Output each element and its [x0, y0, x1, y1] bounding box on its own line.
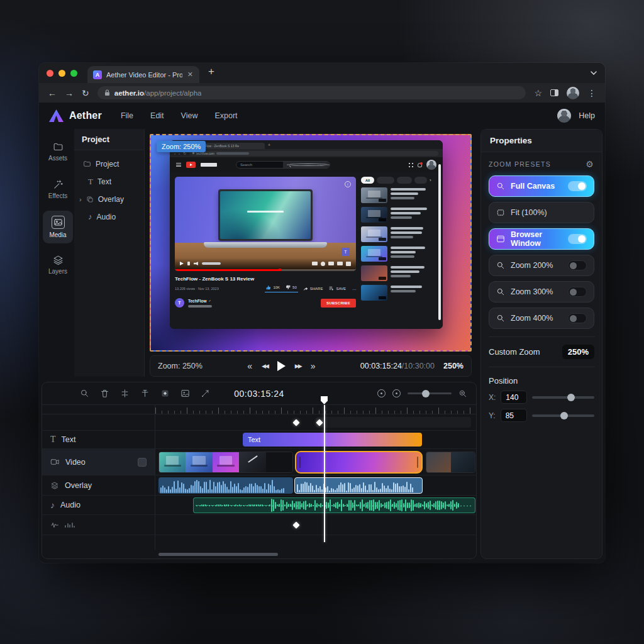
tree-item-text[interactable]: T Text — [74, 174, 144, 189]
rail-item-media[interactable]: Media — [43, 211, 73, 243]
delete-trash-icon[interactable] — [100, 389, 109, 398]
tree-item-overlay[interactable]: › Overlay — [74, 191, 144, 207]
music-note-icon: ♪ — [88, 212, 92, 221]
menu-file[interactable]: File — [121, 111, 133, 120]
preview-channel-row: T TechFlow✓ SUBSCRIBE — [175, 298, 356, 308]
custom-zoom-value[interactable]: 250% — [562, 345, 594, 359]
overlay-waveform-clip[interactable] — [158, 477, 293, 494]
preview-video-actions: 10K 50 SHARE SAVE ⋯ — [266, 285, 356, 292]
zoom-200-toggle[interactable] — [568, 260, 587, 270]
zoom-presets-section-title: ZOOM PRESETS — [489, 160, 551, 168]
motion-path-icon[interactable] — [201, 389, 210, 398]
video-clip-thumbnails[interactable] — [426, 452, 475, 473]
position-y-input[interactable]: 85 — [501, 409, 527, 422]
tree-item-project[interactable]: Project — [74, 156, 144, 172]
selected-video-clip[interactable] — [295, 451, 423, 474]
forward-button[interactable]: → — [65, 89, 74, 97]
split-clip-icon[interactable] — [120, 389, 130, 398]
rail-item-assets[interactable]: Assets — [43, 135, 73, 168]
zoom-300-toggle[interactable] — [568, 287, 587, 297]
url-text: aether.io/app/project/alpha — [114, 89, 202, 97]
zoom-out-circle-icon[interactable] — [377, 389, 386, 397]
timeline-playhead[interactable] — [324, 405, 325, 542]
preset-zoom-300[interactable]: Zoom 300% — [489, 281, 594, 303]
video-clip-thumbnails[interactable] — [158, 452, 293, 473]
preset-zoom-400[interactable]: Zoom 400% — [489, 308, 594, 329]
zoom-400-toggle[interactable] — [568, 313, 587, 323]
audio-waveform-clip[interactable] — [193, 497, 475, 513]
preview-tabstrip: TechFlow - ZenBook S 13 Re + — [170, 140, 443, 149]
preset-fit-100[interactable]: Fit (100%) — [489, 202, 594, 223]
tool-rail: Assets Effects Media Layers — [42, 129, 74, 377]
info-icon: i — [345, 181, 351, 187]
channel-watermark: T — [341, 248, 350, 256]
skip-start-button[interactable]: « — [247, 361, 252, 371]
tab-close-icon[interactable]: ✕ — [187, 70, 194, 79]
timeline-horizontal-scrollbar[interactable] — [158, 553, 278, 556]
magic-wand-icon — [53, 179, 64, 190]
tab-favicon: A — [93, 70, 102, 79]
address-bar[interactable]: aether.io/app/project/alpha — [97, 86, 526, 99]
full-canvas-toggle[interactable] — [568, 181, 587, 191]
tree-item-audio[interactable]: ♪ Audio — [74, 209, 144, 225]
timeline-zoom-slider[interactable] — [408, 392, 452, 394]
keyframe-badge-icon[interactable] — [160, 389, 170, 398]
fast-forward-button[interactable]: ▶▶ — [295, 363, 301, 369]
skip-end-button[interactable]: » — [311, 361, 316, 371]
add-marker-icon[interactable] — [140, 389, 150, 398]
browser-menu-icon[interactable]: ⋮ — [587, 89, 596, 97]
bookmark-star-icon[interactable]: ☆ — [534, 89, 542, 97]
media-image-icon — [53, 218, 63, 227]
text-clip[interactable]: Text — [243, 433, 422, 447]
position-x-input[interactable]: 140 — [501, 391, 527, 404]
browser-window-toggle[interactable] — [568, 234, 587, 244]
rewind-button[interactable]: ◀◀ — [262, 363, 268, 369]
preset-browser-window[interactable]: Browser Window — [489, 228, 594, 250]
preset-zoom-200[interactable]: Zoom 200% — [489, 255, 594, 276]
maximize-window-button[interactable] — [70, 70, 77, 77]
zoom-in-icon[interactable] — [458, 389, 467, 398]
back-button[interactable]: ← — [48, 89, 57, 97]
play-button[interactable] — [277, 361, 286, 371]
keyframe-diamond[interactable] — [292, 419, 299, 426]
timeline-body: TText Text Video — [42, 405, 476, 558]
close-window-button[interactable] — [47, 70, 53, 77]
menu-edit[interactable]: Edit — [150, 111, 164, 120]
desktop: { "colors":{"accent_blue":"#3b82f6","acc… — [0, 0, 644, 644]
browser-profile-avatar[interactable] — [567, 87, 579, 99]
properties-panel: Properties ZOOM PRESETS ⚙ Full Canvas Fi… — [480, 129, 602, 559]
menu-export[interactable]: Export — [214, 111, 237, 120]
preset-full-canvas[interactable]: Full Canvas — [489, 175, 594, 197]
zoom-search-icon — [496, 182, 505, 191]
zoom-fit-circle-icon[interactable] — [392, 389, 401, 397]
brand-name: Aether — [69, 110, 102, 121]
new-tab-button[interactable]: + — [208, 65, 214, 78]
zoom-search-icon — [496, 287, 505, 296]
tab-search-chevron-icon[interactable] — [590, 70, 597, 75]
minimize-window-button[interactable] — [58, 70, 65, 77]
reload-button[interactable]: ↻ — [82, 89, 89, 97]
preview-search-bar: Search — [236, 161, 330, 169]
video-track-badge[interactable] — [138, 458, 147, 467]
timeline-ruler[interactable] — [42, 405, 476, 414]
folder-icon — [53, 142, 64, 152]
browser-tab[interactable]: A Aether Video Editor - Project ✕ — [87, 66, 199, 83]
chevron-right-icon[interactable]: › — [79, 196, 82, 203]
user-avatar[interactable] — [557, 109, 571, 123]
position-y-slider[interactable] — [532, 414, 594, 417]
gear-icon[interactable]: ⚙ — [586, 160, 594, 169]
rail-item-effects[interactable]: Effects — [43, 173, 73, 206]
overlay-waveform-clip-selected[interactable] — [294, 477, 423, 494]
menu-view[interactable]: View — [181, 111, 198, 120]
preview-canvas[interactable]: Zoom: 250% TechFlow - ZenBook S 13 Re — [150, 134, 472, 352]
tab-title: Aether Video Editor - Project — [106, 71, 182, 79]
side-panel-icon[interactable] — [550, 89, 558, 96]
video-site-logo — [186, 162, 196, 168]
preview-recommended-sidebar: All › — [361, 177, 436, 329]
keyframe-diamond[interactable] — [292, 521, 299, 528]
position-x-slider[interactable] — [532, 396, 594, 399]
help-link[interactable]: Help — [579, 111, 595, 120]
rail-item-layers[interactable]: Layers — [43, 248, 73, 281]
zoom-tool-icon[interactable] — [80, 389, 89, 398]
image-tool-icon[interactable] — [180, 389, 190, 398]
